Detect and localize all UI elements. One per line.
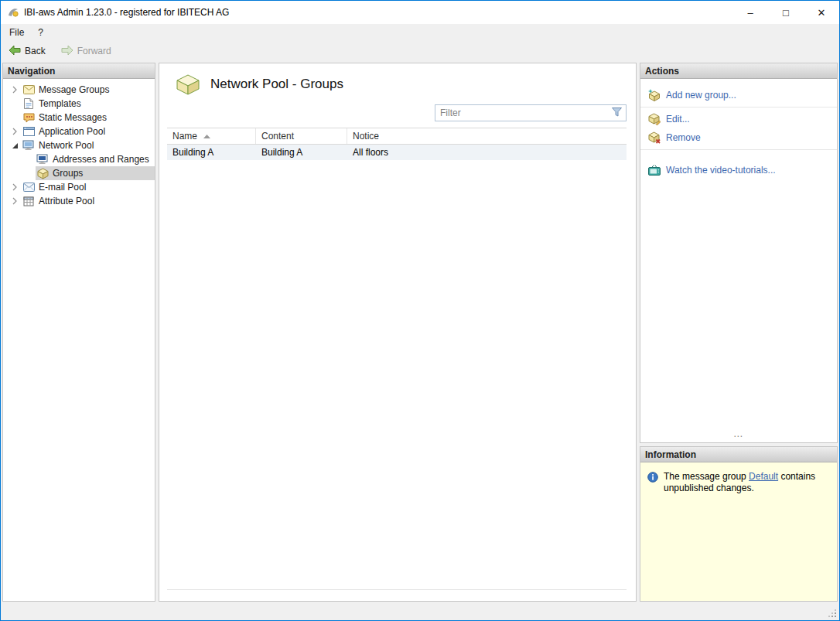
- table-header: Name Content Notice: [167, 128, 627, 145]
- groups-table: Name Content Notice Building A Building …: [167, 128, 627, 590]
- forward-arrow-icon: [61, 45, 73, 58]
- close-button[interactable]: ✕: [804, 1, 839, 24]
- titlebar: IBI-aws Admin 1.23.0 - registered for IB…: [1, 1, 839, 24]
- actions-divider: [640, 107, 837, 107]
- column-label: Name: [172, 131, 197, 142]
- actions-divider: [640, 149, 837, 150]
- sidebar-item-addresses-and-ranges[interactable]: Addresses and Ranges: [3, 152, 155, 166]
- action-label: Add new group...: [666, 90, 736, 101]
- templates-icon: [22, 97, 35, 110]
- action-label: Watch the video-tutorials...: [666, 165, 776, 176]
- chevron-right-icon[interactable]: [8, 197, 22, 205]
- sidebar-item-attribute-pool[interactable]: Attribute Pool: [3, 194, 155, 208]
- chevron-right-icon[interactable]: [8, 86, 22, 94]
- table-row[interactable]: Building A Building A All floors: [167, 145, 627, 160]
- sidebar-item-network-pool[interactable]: Network Pool: [3, 138, 155, 152]
- maximize-button[interactable]: □: [768, 1, 804, 24]
- sidebar-item-label: Network Pool: [39, 140, 94, 151]
- resize-grip[interactable]: [828, 609, 837, 618]
- menubar: File ?: [1, 24, 839, 41]
- column-header-content[interactable]: Content: [256, 128, 347, 144]
- minimize-button[interactable]: –: [732, 1, 768, 24]
- chevron-down-icon[interactable]: [8, 142, 22, 149]
- column-header-name[interactable]: Name: [167, 128, 256, 144]
- filter-box: [435, 104, 627, 121]
- sidebar-item-message-groups[interactable]: Message Groups: [3, 83, 155, 97]
- sidebar-item-email-pool[interactable]: E-mail Pool: [3, 180, 155, 194]
- toolbar: Back Forward: [1, 41, 839, 61]
- information-text: The message group Default contains unpub…: [664, 471, 825, 494]
- add-group-icon: [648, 89, 661, 101]
- edit-group-icon: [648, 113, 661, 125]
- forward-label: Forward: [77, 46, 111, 56]
- groups-header-icon: [175, 73, 201, 96]
- actions-panel: Actions Add new group... Edit...: [640, 63, 838, 443]
- back-label: Back: [25, 46, 46, 56]
- action-label: Edit...: [666, 114, 690, 125]
- panel-splitter-handle[interactable]: ⋯: [640, 432, 837, 442]
- email-pool-icon: [22, 181, 35, 193]
- workspace: Navigation Message Groups: [1, 61, 839, 603]
- network-pool-icon: [22, 139, 35, 152]
- menu-help[interactable]: ?: [31, 26, 50, 39]
- information-panel: Information The message group Default co…: [640, 446, 838, 602]
- app-icon: [7, 6, 19, 19]
- cell-content: Building A: [256, 145, 347, 160]
- sidebar-item-label: Templates: [39, 98, 81, 109]
- sidebar-item-label: Addresses and Ranges: [53, 154, 149, 165]
- add-new-group-action[interactable]: Add new group...: [640, 86, 837, 104]
- right-column: Actions Add new group... Edit...: [640, 63, 838, 602]
- remove-action[interactable]: Remove: [640, 128, 837, 147]
- page-title: Network Pool - Groups: [210, 77, 343, 92]
- attribute-pool-icon: [22, 195, 35, 207]
- selected-tree-row[interactable]: Groups: [36, 166, 155, 180]
- sidebar-item-label: Groups: [53, 168, 83, 179]
- filter-funnel-icon[interactable]: [612, 107, 622, 119]
- navigation-header: Navigation: [3, 63, 155, 79]
- sort-ascending-icon: [203, 135, 210, 138]
- default-message-group-link[interactable]: Default: [749, 471, 778, 482]
- groups-icon: [36, 167, 49, 179]
- action-label: Remove: [666, 132, 701, 143]
- watch-video-tutorials-action[interactable]: Watch the video-tutorials...: [640, 161, 837, 179]
- navigation-tree: Message Groups Templates S: [3, 79, 155, 208]
- main-panel: Network Pool - Groups Name Content Notic: [159, 63, 637, 602]
- sidebar-item-groups[interactable]: Groups: [3, 166, 155, 180]
- edit-action[interactable]: Edit...: [640, 110, 837, 128]
- sidebar-item-templates[interactable]: Templates: [3, 97, 155, 111]
- message-groups-icon: [22, 84, 35, 96]
- sidebar-item-label: E-mail Pool: [39, 182, 86, 193]
- video-tutorials-icon: [648, 164, 661, 176]
- information-body: The message group Default contains unpub…: [640, 462, 837, 494]
- information-header: Information: [640, 447, 837, 462]
- chevron-right-icon[interactable]: [8, 128, 22, 135]
- back-button[interactable]: Back: [5, 43, 49, 60]
- sidebar-item-label: Message Groups: [39, 84, 109, 95]
- addresses-and-ranges-icon: [36, 153, 49, 165]
- cell-name: Building A: [167, 145, 256, 160]
- filter-input[interactable]: [440, 107, 612, 118]
- info-text-before: The message group: [664, 471, 749, 482]
- window-title: IBI-aws Admin 1.23.0 - registered for IB…: [24, 7, 229, 18]
- sidebar-item-label: Application Pool: [39, 126, 105, 137]
- back-arrow-icon: [9, 45, 21, 58]
- sidebar-item-static-messages[interactable]: Static Messages: [3, 111, 155, 125]
- column-header-notice[interactable]: Notice: [347, 128, 627, 144]
- sidebar-item-label: Static Messages: [39, 112, 107, 123]
- sidebar-item-application-pool[interactable]: Application Pool: [3, 125, 155, 138]
- static-messages-icon: [22, 111, 35, 124]
- forward-button[interactable]: Forward: [58, 43, 114, 60]
- info-icon: [647, 472, 658, 483]
- filter-row: [167, 102, 627, 128]
- main-header: Network Pool - Groups: [167, 63, 627, 102]
- menu-file[interactable]: File: [2, 26, 31, 39]
- actions-body: Add new group... Edit... Remove: [640, 79, 837, 442]
- sidebar-item-label: Attribute Pool: [39, 196, 94, 206]
- application-pool-icon: [22, 125, 35, 138]
- navigation-panel: Navigation Message Groups: [2, 63, 155, 602]
- cell-notice: All floors: [347, 145, 627, 160]
- actions-header: Actions: [640, 63, 837, 79]
- window-controls: – □ ✕: [732, 1, 839, 24]
- remove-group-icon: [648, 131, 661, 144]
- chevron-right-icon[interactable]: [8, 183, 22, 191]
